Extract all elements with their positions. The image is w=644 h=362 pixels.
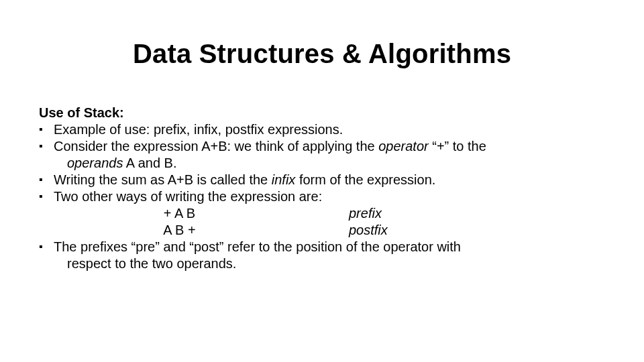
notation-label: prefix (292, 205, 382, 222)
bullet-text: Consider the expression A+B: we think of… (54, 139, 378, 154)
bullet-text: form of the expression. (295, 172, 435, 187)
notation-expression: A B + (67, 222, 292, 239)
bullet-text: Writing the sum as A+B is called the (54, 172, 272, 187)
bullet-item: Consider the expression A+B: we think of… (39, 138, 617, 172)
bullet-continuation: + A B prefix A B + postfix (54, 205, 617, 239)
bullet-item: The prefixes “pre” and “post” refer to t… (39, 239, 617, 272)
bullet-continuation: operands A and B. (54, 155, 617, 172)
slide-body: Use of Stack: Example of use: prefix, in… (39, 105, 617, 272)
bullet-text: Two other ways of writing the expression… (54, 189, 322, 204)
notation-row: A B + postfix (67, 222, 617, 239)
notation-row: + A B prefix (67, 205, 617, 222)
bullet-continuation: respect to the two operands. (54, 255, 617, 272)
bullet-item: Writing the sum as A+B is called the inf… (39, 172, 617, 188)
section-heading: Use of Stack: (39, 105, 617, 121)
bullet-text: Example of use: prefix, infix, postfix e… (54, 122, 343, 137)
italic-text: operands (67, 156, 123, 170)
notation-expression: + A B (67, 205, 292, 222)
slide-title: Data Structures & Algorithms (0, 39, 644, 69)
italic-text: operator (378, 139, 429, 154)
bullet-text: A and B. (123, 156, 176, 170)
bullet-text: “+” to the (429, 139, 486, 154)
bullet-item: Example of use: prefix, infix, postfix e… (39, 121, 617, 138)
bullet-list: Example of use: prefix, infix, postfix e… (39, 121, 617, 272)
bullet-item: Two other ways of writing the expression… (39, 188, 617, 239)
bullet-text: The prefixes “pre” and “post” refer to t… (54, 239, 461, 254)
notation-label: postfix (292, 222, 388, 239)
italic-text: infix (272, 172, 296, 187)
